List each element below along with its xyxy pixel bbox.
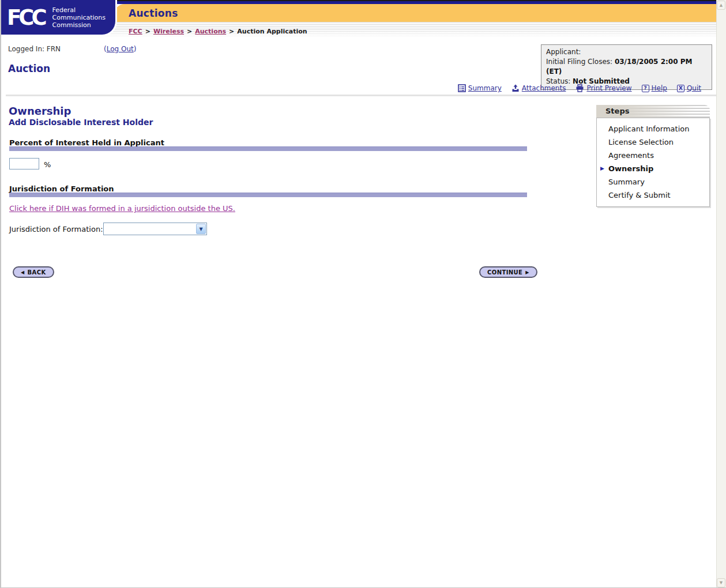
- chevron-down-icon[interactable]: ▼: [196, 224, 206, 234]
- quit-link[interactable]: X Quit: [677, 84, 701, 92]
- section-subtitle: Add Disclosable Interest Holder: [9, 118, 153, 127]
- org-line: Federal: [52, 6, 76, 14]
- steps-title: Steps: [596, 105, 710, 118]
- summary-icon: [458, 84, 466, 92]
- org-line: Commission: [52, 21, 91, 29]
- percent-sign: %: [44, 160, 51, 169]
- step-item-ownership[interactable]: ▶ Ownership: [597, 162, 709, 175]
- fcc-org-name: Federal Communications Commission: [52, 6, 106, 29]
- applicant-info-box: Applicant: Initial Filing Closes: 03/18/…: [541, 44, 712, 90]
- logout-paren: ): [134, 45, 137, 53]
- back-arrow-icon: ◀: [21, 270, 25, 275]
- app-title: Auctions: [129, 7, 178, 19]
- outside-us-jurisdiction-link[interactable]: Click here if DIH was formed in a jursid…: [9, 204, 235, 213]
- step-item-label: Ownership: [608, 164, 653, 173]
- step-item-summary[interactable]: Summary: [597, 175, 709, 189]
- back-button-label: BACK: [28, 269, 46, 276]
- jurisdiction-field-label: Jurisdiction of Formation:: [9, 225, 103, 233]
- percent-input[interactable]: [9, 158, 39, 169]
- print-preview-label: Print Preview: [586, 84, 631, 92]
- step-item-certify-submit[interactable]: Certify & Submit: [597, 189, 709, 202]
- steps-list: Applicant Information License Selection …: [596, 118, 710, 207]
- quit-icon: X: [677, 85, 684, 92]
- breadcrumb-link-auctions[interactable]: Auctions: [195, 28, 226, 35]
- continue-button-label: CONTINUE: [487, 269, 522, 276]
- quit-label: Quit: [687, 84, 701, 92]
- toolbar: Summary Attachments Print Preview ? Help…: [458, 84, 701, 92]
- breadcrumb-current: Auction Application: [237, 28, 307, 35]
- breadcrumb-link-fcc[interactable]: FCC: [129, 28, 142, 35]
- continue-button[interactable]: CONTINUE ▶: [479, 266, 537, 278]
- jurisdiction-select[interactable]: ▼: [103, 223, 207, 235]
- section-title: Ownership: [9, 105, 71, 117]
- fcc-logo-glyph: FCC: [7, 5, 48, 30]
- auction-application-page: Auctions FCC>Wireless>Auctions>Auction A…: [0, 0, 726, 588]
- gold-header-bar: [114, 4, 716, 22]
- print-preview-link[interactable]: Print Preview: [575, 84, 631, 92]
- percent-heading: Percent of Interest Held in Applicant: [9, 138, 164, 147]
- attachments-icon: [511, 84, 520, 92]
- scrollbar-down-icon[interactable]: ▼: [717, 578, 725, 587]
- logged-in-status: Logged In: FRN: [8, 45, 61, 53]
- logout-wrap: (Log Out): [104, 45, 136, 53]
- jurisdiction-section-rule: [9, 193, 527, 197]
- breadcrumb-separator: >: [145, 28, 151, 35]
- org-line: Communications: [52, 14, 106, 21]
- logout-link[interactable]: Log Out: [107, 45, 134, 53]
- print-preview-icon: [575, 84, 584, 92]
- help-label: Help: [652, 84, 667, 92]
- breadcrumb-separator: >: [229, 28, 234, 35]
- breadcrumb: FCC>Wireless>Auctions>Auction Applicatio…: [129, 28, 307, 35]
- attachments-link[interactable]: Attachments: [511, 84, 566, 92]
- step-item-applicant-information[interactable]: Applicant Information: [597, 122, 709, 135]
- filing-closes-label: Initial Filing Closes:: [546, 58, 612, 66]
- step-item-license-selection[interactable]: License Selection: [597, 135, 709, 149]
- active-step-arrow-icon: ▶: [600, 165, 604, 171]
- summary-label: Summary: [468, 84, 502, 92]
- percent-section-rule: [9, 146, 527, 151]
- vertical-scrollbar[interactable]: ▲ ▼: [716, 0, 726, 588]
- page-title: Auction: [8, 63, 50, 74]
- scrollbar-up-icon[interactable]: ▲: [717, 1, 725, 10]
- breadcrumb-separator: >: [187, 28, 192, 35]
- back-button[interactable]: ◀ BACK: [13, 266, 54, 278]
- jurisdiction-heading: Jurisdiction of Formation: [9, 184, 114, 193]
- help-link[interactable]: ? Help: [642, 84, 667, 92]
- continue-arrow-icon: ▶: [525, 270, 529, 275]
- breadcrumb-link-wireless[interactable]: Wireless: [153, 28, 184, 35]
- help-icon: ?: [642, 85, 649, 92]
- filing-closes-row: Initial Filing Closes: 03/18/2005 2:00 P…: [546, 57, 707, 77]
- attachments-label: Attachments: [522, 84, 566, 92]
- step-item-agreements[interactable]: Agreements: [597, 149, 709, 162]
- applicant-label: Applicant:: [546, 47, 707, 57]
- fcc-logo: FCC Federal Communications Commission: [1, 0, 117, 36]
- summary-link[interactable]: Summary: [458, 84, 502, 92]
- header-divider: [6, 95, 717, 96]
- steps-panel: Steps Applicant Information License Sele…: [596, 105, 710, 207]
